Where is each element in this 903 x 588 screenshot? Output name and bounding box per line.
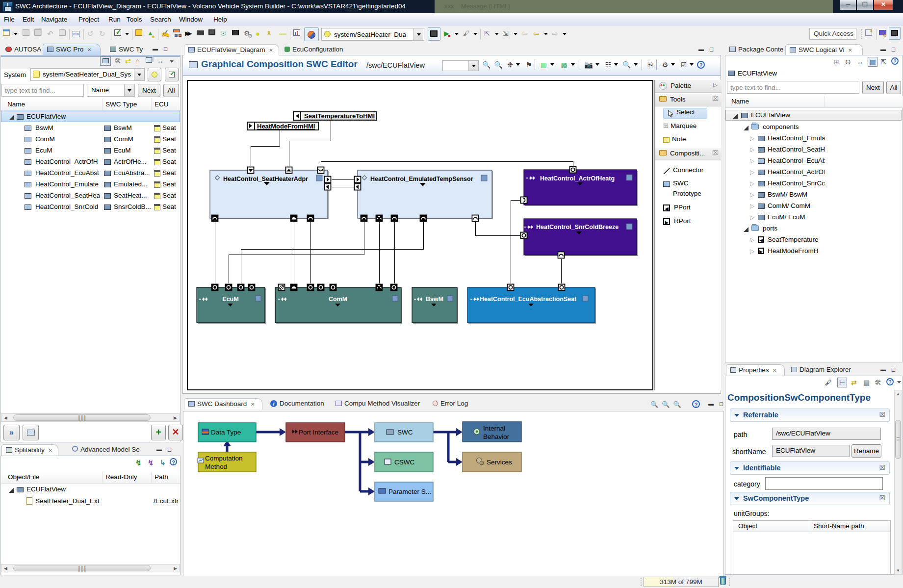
svg-text:HeatControl_ActrOfHeatg: HeatControl_ActrOfHeatg	[540, 175, 615, 182]
svg-text:HeatControl_EmulatedTempSensor: HeatControl_EmulatedTempSensor	[370, 176, 473, 182]
svg-text:Data Type: Data Type	[211, 429, 241, 436]
svg-text:Behavior: Behavior	[483, 433, 510, 440]
svg-text:BswM: BswM	[426, 296, 443, 303]
svg-text:HeatControl_SnrColdBreeze: HeatControl_SnrColdBreeze	[536, 224, 619, 230]
svg-text:HeatControl_SeatHeaterAdpr: HeatControl_SeatHeaterAdpr	[223, 176, 308, 182]
svg-text:ComM: ComM	[329, 296, 347, 303]
svg-text:Method: Method	[205, 463, 227, 470]
svg-text:EcuM: EcuM	[222, 296, 238, 303]
svg-text:HeatControl_EcuAbstractionSeat: HeatControl_EcuAbstractionSeat	[480, 296, 577, 303]
svg-text:Parameter S...: Parameter S...	[388, 488, 431, 495]
svg-text:HeatModeFromHMI: HeatModeFromHMI	[257, 123, 315, 130]
svg-text:Services: Services	[487, 459, 512, 466]
svg-text:Port Interface: Port Interface	[299, 429, 338, 436]
svg-text:Computation: Computation	[205, 455, 243, 462]
svg-text:SeatTemperatureToHMI: SeatTemperatureToHMI	[304, 112, 375, 120]
svg-text:CSWC: CSWC	[394, 459, 414, 466]
svg-text:SWC: SWC	[397, 429, 413, 436]
svg-text:Internal: Internal	[483, 425, 505, 432]
